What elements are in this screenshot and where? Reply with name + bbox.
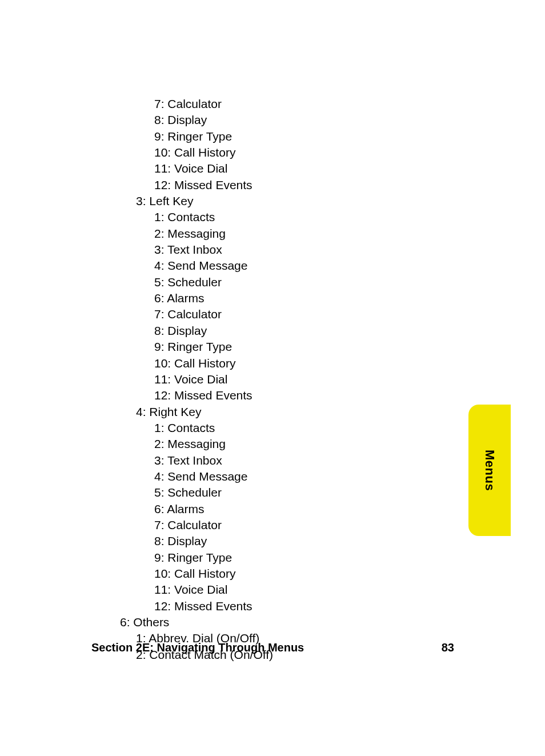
menu-item: 5: Scheduler — [154, 274, 273, 290]
menu-item: 6: Alarms — [154, 501, 273, 517]
menu-item: 11: Voice Dial — [154, 371, 273, 387]
menu-item: 7: Calculator — [154, 306, 273, 322]
menu-item: 8: Display — [154, 323, 273, 339]
menu-item: 8: Display — [154, 112, 273, 128]
menu-item: 12: Missed Events — [154, 387, 273, 403]
menu-item: 3: Text Inbox — [154, 242, 273, 258]
menu-item: 7: Calculator — [154, 517, 273, 533]
page-footer: Section 2E: Navigating Through Menus 83 — [91, 641, 454, 654]
menu-item: 4: Send Message — [154, 258, 273, 274]
menu-item: 3: Left Key — [136, 193, 273, 209]
footer-page-number: 83 — [442, 641, 454, 654]
menu-item: 11: Voice Dial — [154, 161, 273, 177]
footer-section-title: Section 2E: Navigating Through Menus — [91, 641, 304, 654]
menu-item: 1: Contacts — [154, 420, 273, 436]
menu-tree-content: 7: Calculator8: Display9: Ringer Type10:… — [120, 96, 273, 663]
menu-item: 6: Others — [120, 614, 273, 630]
menu-item: 10: Call History — [154, 566, 273, 582]
menu-item: 6: Alarms — [154, 290, 273, 306]
menu-item: 2: Messaging — [154, 436, 273, 452]
side-tab: Menus — [468, 405, 511, 536]
menu-item: 5: Scheduler — [154, 485, 273, 501]
menu-item: 2: Messaging — [154, 226, 273, 242]
menu-item: 12: Missed Events — [154, 177, 273, 193]
menu-item: 10: Call History — [154, 145, 273, 161]
menu-item: 1: Contacts — [154, 209, 273, 225]
side-tab-label: Menus — [482, 450, 497, 491]
menu-item: 9: Ringer Type — [154, 339, 273, 355]
menu-item: 8: Display — [154, 533, 273, 549]
menu-item: 7: Calculator — [154, 96, 273, 112]
menu-item: 4: Right Key — [136, 404, 273, 420]
menu-item: 12: Missed Events — [154, 598, 273, 614]
menu-item: 4: Send Message — [154, 469, 273, 485]
menu-item: 9: Ringer Type — [154, 550, 273, 566]
menu-item: 3: Text Inbox — [154, 453, 273, 469]
menu-item: 11: Voice Dial — [154, 582, 273, 598]
menu-item: 9: Ringer Type — [154, 129, 273, 145]
menu-item: 10: Call History — [154, 355, 273, 371]
